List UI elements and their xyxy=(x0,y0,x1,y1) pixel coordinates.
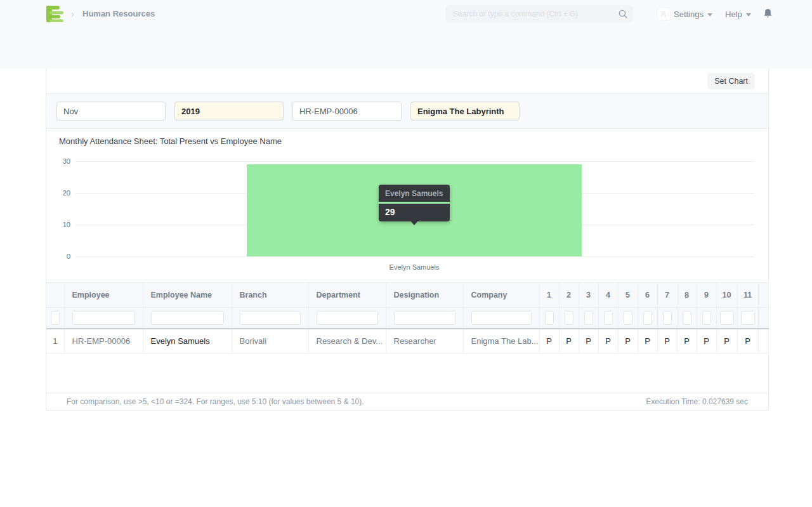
report-table: Employee Employee Name Branch Department… xyxy=(46,282,769,353)
column-filter-input[interactable] xyxy=(624,311,632,325)
chart-section: Monthly Attendance Sheet: Total Present … xyxy=(46,129,768,282)
top-header: › Human Resources A Settings Help xyxy=(0,0,812,69)
column-filter-input[interactable] xyxy=(471,311,532,325)
cell-day-6[interactable]: P xyxy=(638,329,657,353)
help-label: Help xyxy=(725,10,742,19)
tooltip-value: 29 xyxy=(379,204,450,221)
column-filter-input[interactable] xyxy=(240,311,301,325)
header-cell-day-5[interactable]: 5 xyxy=(618,283,638,308)
header-cell-day-4[interactable]: 4 xyxy=(598,283,618,308)
y-axis-tick: 10 xyxy=(50,221,70,228)
cell-day-2[interactable]: P xyxy=(559,329,579,353)
cell-day-11[interactable]: P xyxy=(737,329,758,353)
header-cell-day-9[interactable]: 9 xyxy=(697,283,716,308)
cell-department[interactable]: Research & Dev... xyxy=(308,329,386,353)
header-cell-day-8[interactable]: 8 xyxy=(677,283,697,308)
cell-filler xyxy=(758,329,768,353)
help-menu[interactable]: Help xyxy=(725,0,751,28)
column-filter-input[interactable] xyxy=(584,311,593,325)
filter-employee-input[interactable] xyxy=(292,102,402,121)
column-filter-input[interactable] xyxy=(643,311,652,325)
header-cell-day-2[interactable]: 2 xyxy=(559,283,579,308)
header-cell-index xyxy=(46,283,64,308)
settings-menu[interactable]: Settings xyxy=(674,0,712,28)
chevron-down-icon xyxy=(746,13,751,16)
cell-day-4[interactable]: P xyxy=(598,329,618,353)
breadcrumb-chevron-icon: › xyxy=(71,8,74,20)
cell-day-5[interactable]: P xyxy=(618,329,638,353)
column-filter-input[interactable] xyxy=(741,311,755,325)
chart-tooltip: Evelyn Samuels 29 xyxy=(379,185,450,221)
y-axis-tick: 20 xyxy=(50,189,70,197)
header-cell-day-7[interactable]: 7 xyxy=(657,283,677,308)
column-filter-input[interactable] xyxy=(72,311,135,325)
page: › Human Resources A Settings Help xyxy=(0,0,812,507)
column-filter-input[interactable] xyxy=(51,311,60,325)
header-cell-designation[interactable]: Designation xyxy=(386,283,463,308)
column-filter-input[interactable] xyxy=(394,311,455,325)
search-input[interactable] xyxy=(445,5,633,23)
column-filter-input[interactable] xyxy=(317,311,378,325)
header-cell-company[interactable]: Company xyxy=(463,283,539,308)
header-cell-filler xyxy=(758,283,768,308)
cell-branch[interactable]: Borivali xyxy=(232,329,308,353)
comparison-hint: For comparison, use >5, <10 or =324. For… xyxy=(67,397,364,406)
header-cell-day-3[interactable]: 3 xyxy=(579,283,598,308)
header-cell-day-10[interactable]: 10 xyxy=(716,283,737,308)
cell-employee-name[interactable]: Evelyn Samuels xyxy=(143,329,232,353)
execution-time: Execution Time: 0.027639 sec xyxy=(646,397,748,406)
column-filter-input[interactable] xyxy=(702,311,711,325)
y-axis-tick: 30 xyxy=(50,157,70,165)
gridline xyxy=(75,161,754,162)
report-container: Set Chart Monthly Attendance Sheet: Tota… xyxy=(46,69,769,411)
chevron-down-icon xyxy=(707,13,712,16)
cell-day-10[interactable]: P xyxy=(716,329,737,353)
column-filter-input[interactable] xyxy=(545,311,554,325)
header-cell-day-1[interactable]: 1 xyxy=(539,283,559,308)
app-logo-icon[interactable] xyxy=(46,5,63,23)
cell-designation[interactable]: Researcher xyxy=(386,329,463,353)
search-icon[interactable] xyxy=(618,9,628,22)
report-toolbar: Set Chart xyxy=(46,69,768,94)
navbar: › Human Resources A Settings Help xyxy=(0,0,812,28)
header-cell-department[interactable]: Department xyxy=(308,283,386,308)
navbar-search xyxy=(445,5,633,23)
filter-month-input[interactable] xyxy=(56,102,166,121)
row-index-cell: 1 xyxy=(46,329,64,353)
table-header-row: Employee Employee Name Branch Department… xyxy=(46,283,768,308)
cell-day-8[interactable]: P xyxy=(677,329,697,353)
breadcrumb[interactable]: Human Resources xyxy=(82,9,155,18)
tooltip-title: Evelyn Samuels xyxy=(379,185,450,204)
avatar[interactable]: A xyxy=(657,7,671,21)
cell-day-9[interactable]: P xyxy=(697,329,716,353)
set-chart-button[interactable]: Set Chart xyxy=(707,73,755,89)
column-filter-input[interactable] xyxy=(720,311,734,325)
filter-year-input[interactable] xyxy=(174,102,284,121)
column-filter-input[interactable] xyxy=(565,311,573,325)
table-filter-row xyxy=(46,308,768,329)
gridline xyxy=(75,256,754,257)
report-filters xyxy=(46,94,768,129)
settings-label: Settings xyxy=(674,10,704,19)
report-footer: For comparison, use >5, <10 or =324. For… xyxy=(46,393,768,410)
page-head: Monthly Attendance Sheet Menu Refresh xyxy=(0,28,812,69)
cell-employee[interactable]: HR-EMP-00006 xyxy=(64,329,143,353)
filter-company-input[interactable] xyxy=(410,102,520,121)
cell-day-7[interactable]: P xyxy=(657,329,677,353)
header-cell-day-6[interactable]: 6 xyxy=(638,283,657,308)
column-filter-input[interactable] xyxy=(683,311,691,325)
header-cell-day-11[interactable]: 11 xyxy=(737,283,758,308)
column-filter-input[interactable] xyxy=(151,311,224,325)
header-cell-employee-name[interactable]: Employee Name xyxy=(143,283,232,308)
header-cell-employee[interactable]: Employee xyxy=(64,283,143,308)
notifications-bell-icon[interactable] xyxy=(763,8,773,22)
column-filter-input[interactable] xyxy=(663,311,672,325)
table-row: 1 HR-EMP-00006 Evelyn Samuels Borivali R… xyxy=(46,329,768,353)
cell-company[interactable]: Enigma The Lab... xyxy=(463,329,539,353)
cell-day-3[interactable]: P xyxy=(579,329,598,353)
y-axis-tick: 0 xyxy=(50,253,70,260)
header-cell-branch[interactable]: Branch xyxy=(232,283,308,308)
cell-day-1[interactable]: P xyxy=(539,329,559,353)
filter-cell-filler xyxy=(758,308,768,329)
column-filter-input[interactable] xyxy=(604,311,613,325)
